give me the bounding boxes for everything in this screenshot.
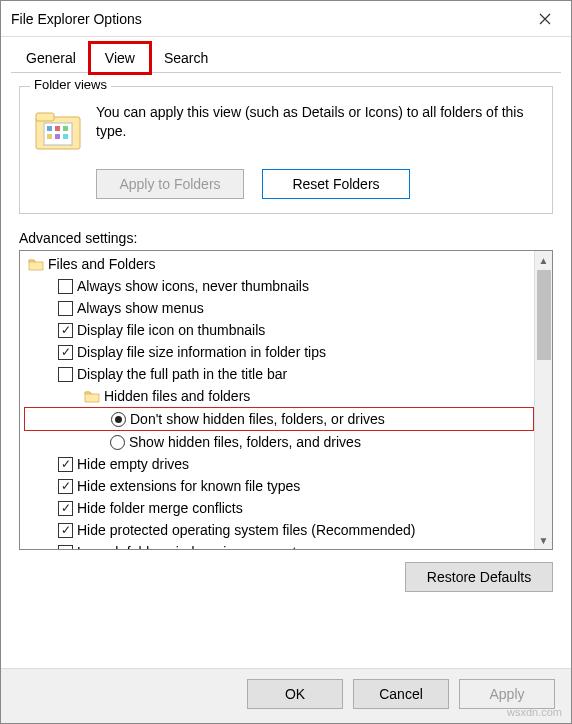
advanced-settings-tree: Files and FoldersAlways show icons, neve… bbox=[19, 250, 553, 550]
radio-icon[interactable] bbox=[110, 435, 125, 450]
tree-item-label: Display file icon on thumbnails bbox=[77, 319, 265, 341]
window-title: File Explorer Options bbox=[11, 11, 142, 27]
ok-button[interactable]: OK bbox=[247, 679, 343, 709]
apply-button: Apply bbox=[459, 679, 555, 709]
checkbox-icon[interactable] bbox=[58, 345, 73, 360]
scrollbar[interactable]: ▲ ▼ bbox=[534, 251, 552, 549]
svg-rect-6 bbox=[47, 134, 52, 139]
folder-views-legend: Folder views bbox=[30, 77, 111, 92]
watermark: wsxdn.com bbox=[507, 706, 562, 718]
dialog-buttons: OK Cancel Apply bbox=[1, 668, 571, 723]
radio-icon[interactable] bbox=[111, 412, 126, 427]
tree-radio-item[interactable]: Show hidden files, folders, and drives bbox=[24, 431, 534, 453]
close-button[interactable] bbox=[523, 3, 567, 35]
svg-rect-7 bbox=[55, 134, 60, 139]
scroll-thumb[interactable] bbox=[537, 270, 551, 360]
advanced-settings-label: Advanced settings: bbox=[19, 230, 553, 246]
tree-group: Hidden files and folders bbox=[24, 385, 534, 407]
tree-item[interactable]: Hide folder merge conflicts bbox=[24, 497, 534, 519]
checkbox-icon[interactable] bbox=[58, 457, 73, 472]
svg-rect-1 bbox=[36, 113, 54, 121]
checkbox-icon[interactable] bbox=[58, 501, 73, 516]
tree-item[interactable]: Display the full path in the title bar bbox=[24, 363, 534, 385]
tree-item[interactable]: Hide empty drives bbox=[24, 453, 534, 475]
close-icon bbox=[539, 13, 551, 25]
svg-rect-8 bbox=[63, 134, 68, 139]
restore-defaults-button[interactable]: Restore Defaults bbox=[405, 562, 553, 592]
tab-strip: General View Search bbox=[1, 37, 571, 73]
svg-rect-5 bbox=[63, 126, 68, 131]
tree-item[interactable]: Display file size information in folder … bbox=[24, 341, 534, 363]
checkbox-icon[interactable] bbox=[58, 367, 73, 382]
tree-item-label: Display file size information in folder … bbox=[77, 341, 326, 363]
folder-views-desc: You can apply this view (such as Details… bbox=[96, 103, 538, 141]
tree-item[interactable]: Hide extensions for known file types bbox=[24, 475, 534, 497]
titlebar: File Explorer Options bbox=[1, 1, 571, 37]
checkbox-icon[interactable] bbox=[58, 323, 73, 338]
tree-item[interactable]: Always show menus bbox=[24, 297, 534, 319]
tree-root: Files and Folders bbox=[24, 253, 534, 275]
tree-radio-item[interactable]: Don't show hidden files, folders, or dri… bbox=[24, 407, 534, 431]
tree-item-label: Always show icons, never thumbnails bbox=[77, 275, 309, 297]
dialog-window: File Explorer Options General View Searc… bbox=[0, 0, 572, 724]
tree-item-label: Hide extensions for known file types bbox=[77, 475, 300, 497]
tree-item-label: Display the full path in the title bar bbox=[77, 363, 287, 385]
checkbox-icon[interactable] bbox=[58, 523, 73, 538]
checkbox-icon[interactable] bbox=[58, 479, 73, 494]
folder-views-panel: Folder views You can apply this view (su… bbox=[19, 86, 553, 214]
tab-general[interactable]: General bbox=[11, 43, 91, 73]
tree-item-label: Launch folder windows in a separate proc… bbox=[77, 541, 357, 549]
tree-item-label: Hide folder merge conflicts bbox=[77, 497, 243, 519]
tree-item[interactable]: Launch folder windows in a separate proc… bbox=[24, 541, 534, 549]
tree-root-label: Files and Folders bbox=[48, 253, 155, 275]
tree-item-label: Show hidden files, folders, and drives bbox=[129, 431, 361, 453]
svg-rect-4 bbox=[55, 126, 60, 131]
tree-item-label: Hide protected operating system files (R… bbox=[77, 519, 416, 541]
tree-item[interactable]: Always show icons, never thumbnails bbox=[24, 275, 534, 297]
tree-item[interactable]: Display file icon on thumbnails bbox=[24, 319, 534, 341]
tab-search[interactable]: Search bbox=[149, 43, 223, 73]
tree-item-label: Hide empty drives bbox=[77, 453, 189, 475]
checkbox-icon[interactable] bbox=[58, 301, 73, 316]
checkbox-icon[interactable] bbox=[58, 279, 73, 294]
checkbox-icon[interactable] bbox=[58, 545, 73, 550]
scroll-down-icon[interactable]: ▼ bbox=[535, 531, 553, 549]
cancel-button[interactable]: Cancel bbox=[353, 679, 449, 709]
folder-views-icon bbox=[34, 107, 82, 155]
tree-group-label: Hidden files and folders bbox=[104, 385, 250, 407]
tree-item-label: Always show menus bbox=[77, 297, 204, 319]
tab-view[interactable]: View bbox=[90, 43, 150, 73]
tree-item[interactable]: Hide protected operating system files (R… bbox=[24, 519, 534, 541]
tree-item-label: Don't show hidden files, folders, or dri… bbox=[130, 408, 385, 430]
scroll-up-icon[interactable]: ▲ bbox=[535, 251, 553, 269]
reset-folders-button[interactable]: Reset Folders bbox=[262, 169, 410, 199]
svg-rect-3 bbox=[47, 126, 52, 131]
apply-to-folders-button: Apply to Folders bbox=[96, 169, 244, 199]
